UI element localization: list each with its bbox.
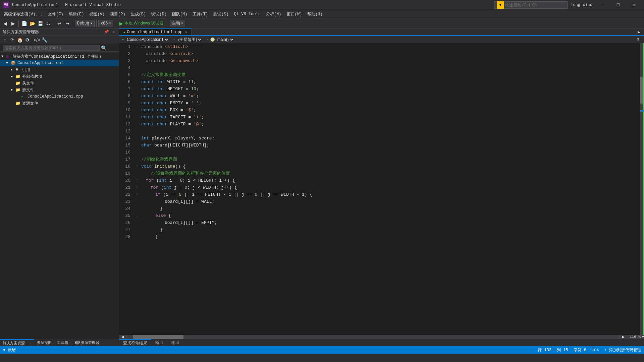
fold-27 [136,226,141,233]
se-settings-btn[interactable]: 🔧 [41,36,48,44]
se-sync-btn[interactable]: ↕ [1,36,9,44]
breadcrumb-settings-btn[interactable]: ⚙ [634,36,641,43]
close-button[interactable]: ✕ [626,0,641,10]
menu-project[interactable]: 项目(P) [107,10,128,18]
toolbar-btn-save[interactable]: 💾 [37,20,44,27]
auto-dropdown[interactable]: 自动 ▼ [170,20,185,27]
breadcrumb-scope-select[interactable]: (全局范围) [177,36,202,43]
se-prop-btn[interactable]: ⚙ [23,36,31,44]
menu-build[interactable]: 生成(B) [128,10,149,18]
menu-edit[interactable]: 编辑(E) [66,10,87,18]
quick-launch-search[interactable]: ▼ [494,1,568,9]
breadcrumb-symbol-select[interactable]: main() [216,36,234,43]
se-pin-btn[interactable]: 📌 [103,29,110,35]
line-num-7: 7 [119,85,130,93]
fold-6 [136,78,141,85]
menu-help[interactable]: 帮助(H) [305,10,325,18]
se-search-input[interactable] [3,45,100,51]
play-icon: ▶ [119,21,123,26]
fold-2 [136,50,141,57]
code-line-27: } [136,226,640,233]
se-tab-toolbox[interactable]: 工具箱 [54,339,71,347]
quick-launch-input[interactable] [505,3,565,7]
menu-window[interactable]: 窗口(W) [284,10,305,18]
se-tab-solution[interactable]: 解决方案资源... [0,339,34,347]
menu-qt-vs-tools[interactable]: Qt VS Tools [231,10,263,18]
code-content[interactable]: □ #include <stdio.h> #include <conio.h> … [133,43,640,335]
menu-file[interactable]: 文件(F) [45,10,66,18]
toolbar-sep-6 [168,20,168,27]
fold-5 [136,71,141,78]
menu-debug[interactable]: 调试(D) [149,10,169,18]
tab-scroll-right[interactable]: ▶ [635,28,643,36]
code-line-23: board[i][j] = WALL; [136,198,640,205]
menu-test[interactable]: 测试(S) [211,10,231,18]
tree-resource-files[interactable]: 📁 资源文件 [0,100,119,107]
fold-1[interactable]: □ [136,43,141,50]
debug-mode-label: Debug [77,21,89,26]
tree-external-deps[interactable]: ▶ 📁 外部依赖项 [0,73,119,80]
maximize-button[interactable]: □ [610,0,626,10]
fold-20[interactable]: □ [136,177,141,184]
tree-references[interactable]: ▶ ■ 引用 [0,66,119,73]
tree-solution[interactable]: ▼ ▦ 解决方案"ConsoleApplication1"(1 个项目) [0,53,119,60]
fold-21[interactable]: □ [136,184,141,191]
toolbar-btn-open[interactable]: 📂 [29,20,36,27]
vertical-scrollbar[interactable] [640,43,644,335]
editor-tab-cpp[interactable]: ✦ ConsoleApplication1.cpp ✕ [119,28,192,35]
code-line-26: board[i][j] = EMPTY; [136,219,640,226]
source-files-arrow: ▼ [11,88,15,92]
code-line-7: const int HEIGHT = 10; [136,85,640,93]
menu-analyze[interactable]: 分析(N) [263,10,284,18]
hscroll-thumb[interactable] [133,335,183,339]
tab-cpp-close[interactable]: ✕ [185,30,187,34]
se-tab-resource[interactable]: 资源视图 [34,339,54,347]
platform-dropdown[interactable]: x86 ▼ [98,20,113,27]
toolbar-btn-back[interactable]: ◀ [1,20,9,27]
toolbar-btn-fwd[interactable]: ▶ [9,20,17,27]
se-search-button[interactable]: 🔍 [100,44,107,52]
menu-tools[interactable]: 工具(T) [190,10,211,18]
se-refresh-btn[interactable]: ⟳ [9,36,16,44]
tree-source-files[interactable]: ▼ 📁 源文件 [0,86,119,93]
bottom-tab-breakpoints[interactable]: 断点 [151,339,167,347]
se-home-btn[interactable]: 🏠 [16,36,23,44]
run-button[interactable]: ▶ 本地 Windows 调试器 [117,20,166,27]
toolbar-btn-undo[interactable]: ↩ [56,20,63,27]
se-code-btn[interactable]: </> [33,36,41,44]
toolbar-btn-new[interactable]: 📄 [20,20,28,27]
bottom-tabs: 查找符号结果 断点 输出 [119,339,644,346]
horizontal-scrollbar[interactable]: ◀ ▶ 116 % ▼ [119,335,644,339]
source-files-icon: 📁 [15,87,21,93]
tree-project[interactable]: ▼ 📦 ConsoleApplication1 [0,60,119,66]
fold-23 [136,198,141,205]
menu-view[interactable]: 视图(V) [87,10,107,18]
tree-header-files[interactable]: 📁 头文件 [0,80,119,86]
fold-22[interactable]: □ [136,191,141,198]
title-bar: VS ConsoleApplication1 - Microsoft Visua… [0,0,644,10]
bottom-tab-find-symbol[interactable]: 查找符号结果 [119,339,151,347]
tree-cpp-file[interactable]: ✦ ConsoleApplication1.cpp [0,93,119,100]
line-num-15: 15 [119,142,130,149]
se-close-btn[interactable]: ✕ [111,29,116,35]
status-add-to-source[interactable]: ↑ 添加到源代码管理 [604,347,641,353]
menu-team[interactable]: 团队(M) [169,10,190,18]
zoom-arrow[interactable]: ▼ [642,335,644,339]
toolbar-btn-save-all[interactable]: 🗂 [45,20,52,27]
hscroll-right-btn[interactable]: ▶ [620,335,627,339]
status-col: 列 15 [557,347,568,353]
bottom-tab-output[interactable]: 输出 [167,339,183,347]
code-line-11: const char TARGET = '+'; [136,114,640,121]
minimize-button[interactable]: ─ [595,0,610,10]
toolbar-btn-redo[interactable]: ↪ [64,20,71,27]
se-tab-team[interactable]: 团队资源管理器 [71,339,102,347]
breadcrumb-project-select[interactable]: ConsoleApplication1 [125,36,169,43]
main-layout: 解决方案资源管理器 📌 ✕ ↕ ⟳ 🏠 ⚙ </> 🔧 🔍 ▼ ▦ 解决方案"C… [0,28,644,346]
menu-advanced-save[interactable]: 高级保存选项(V)... [1,10,45,18]
fold-25[interactable]: □ [136,212,141,219]
code-line-17: //初始化游戏界面 [136,156,640,163]
hscroll-left-btn[interactable]: ◀ [119,335,126,339]
debug-mode-dropdown[interactable]: Debug ▼ [75,20,95,27]
fold-18[interactable]: □ [136,163,141,170]
code-line-24: } [136,205,640,212]
